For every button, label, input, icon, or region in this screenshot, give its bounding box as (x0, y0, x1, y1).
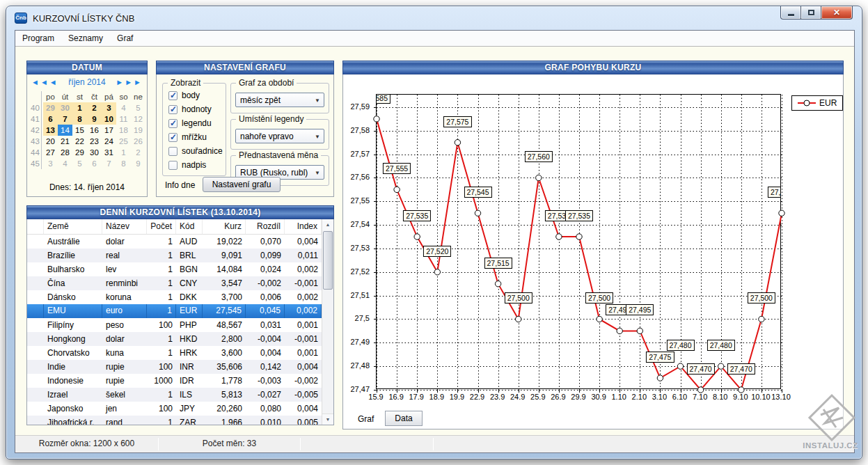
calendar-day[interactable]: 26 (131, 136, 145, 147)
scroll-down-button[interactable]: ▼ (322, 413, 333, 425)
calendar-day[interactable]: 22 (72, 136, 87, 147)
scroll-up-button[interactable]: ▲ (322, 219, 333, 230)
dropdown-um-st-n-legendy[interactable]: nahoře vpravo▼ (235, 129, 324, 143)
checkbox-legendu[interactable]: legendu (168, 118, 212, 128)
calendar-day[interactable]: 28 (58, 147, 72, 158)
calendar-day[interactable]: 1 (72, 102, 87, 113)
tab-data[interactable]: Data (385, 411, 422, 426)
calendar-day[interactable]: 10 (102, 113, 116, 125)
calendar-day[interactable]: 12 (131, 113, 145, 125)
scrollbar-thumb[interactable] (323, 231, 333, 290)
menu-item-program[interactable]: Program (15, 31, 61, 45)
calendar-day[interactable]: 19 (131, 125, 145, 136)
calendar-day[interactable]: 4 (116, 102, 131, 113)
calendar-day[interactable]: 9 (87, 113, 102, 125)
calendar-day[interactable]: 29 (72, 147, 87, 158)
table-row-php[interactable]: Filipínypeso100PHP48,5670,0310,001 (27, 318, 322, 332)
calendar-day[interactable]: 7 (102, 158, 116, 169)
calendar-day[interactable]: 6 (43, 113, 58, 125)
table-row-dkk[interactable]: Dánskokoruna1DKK3,7000,0060,002 (27, 290, 322, 304)
checkbox-box-hodnoty[interactable] (168, 105, 177, 114)
minimize-button[interactable] (780, 6, 801, 19)
checkbox-box-legendu[interactable] (168, 119, 177, 128)
calendar-day[interactable]: 2 (131, 147, 145, 158)
calendar-day[interactable]: 17 (102, 125, 116, 136)
cell-zeme: Dánsko (44, 292, 102, 302)
checkbox-box-body[interactable] (168, 91, 177, 100)
table-row-hrk[interactable]: Chorvatskokuna1HRK3,6000,0040,001 (27, 346, 322, 360)
calendar-day[interactable]: 6 (87, 158, 102, 169)
calendar-day[interactable]: 14 (58, 125, 72, 136)
rates-table-scrollbar[interactable]: ▲ ▼ (322, 219, 333, 425)
checkbox-hodnoty[interactable]: hodnoty (168, 104, 212, 114)
calendar-day[interactable]: 5 (72, 158, 87, 169)
calendar-day[interactable]: 27 (43, 147, 58, 158)
table-row-eur[interactable]: EMUeuro1EUR27,5450,0450,002 (27, 304, 322, 318)
table-row-brl[interactable]: Brazíliereal1BRL9,0910,0990,011 (27, 249, 322, 262)
menu-item-graf[interactable]: Graf (110, 31, 140, 45)
checkbox-body[interactable]: body (168, 90, 200, 100)
dropdown-graf-za-obdob-[interactable]: měsíc zpět▼ (235, 93, 324, 107)
column-header-zem-[interactable]: Země (44, 219, 102, 234)
calendar-day[interactable]: 2 (87, 102, 102, 113)
chart-settings-button[interactable]: Nastavení grafu (203, 177, 281, 192)
column-header-n-zev[interactable]: Název (102, 219, 147, 234)
table-row-bgn[interactable]: Bulharskolev1BGN14,0840,0240,002 (27, 262, 322, 276)
calendar-day[interactable]: 15 (72, 125, 87, 136)
checkbox-nadpis[interactable]: nadpis (168, 160, 206, 170)
calendar-day[interactable]: 3 (102, 102, 116, 113)
calendar-day[interactable]: 5 (131, 102, 145, 113)
next-year-button[interactable]: ►► (125, 78, 143, 86)
cell-kurz: 27,545 (203, 304, 246, 318)
close-button[interactable]: ✕ (821, 6, 853, 19)
cell-index: 0,001 (285, 320, 322, 330)
table-row-inr[interactable]: Indierupie100INR35,6060,1420,004 (27, 360, 322, 374)
calendar-day[interactable]: 1 (116, 147, 131, 158)
calendar-day[interactable]: 31 (102, 147, 116, 158)
x-tick-label: 9.10 (733, 393, 748, 401)
table-row-ils[interactable]: Izraelšekel1ILS5,813-0,027-0,005 (27, 388, 322, 402)
next-month-button[interactable]: ► (116, 78, 125, 86)
cell-kod: AUD (176, 237, 203, 246)
table-row-jpy[interactable]: Japonskojen100JPY20,2600,0800,004 (27, 402, 322, 416)
calendar-day[interactable]: 18 (116, 125, 131, 136)
table-row-aud[interactable]: Austráliedolar1AUD19,0220,0700,004 (27, 235, 322, 249)
column-header-kurz[interactable]: Kurz (203, 219, 246, 234)
checkbox-box-sou-adnice[interactable] (168, 147, 177, 156)
checkbox-box-m-ku[interactable] (168, 133, 177, 142)
table-row-hkd[interactable]: Hongkongdolar1HKD2,800-0,004-0,001 (27, 332, 322, 346)
calendar-day[interactable]: 29 (43, 102, 58, 113)
chart-y-axis: 27,5927,5827,5727,5627,5527,5427,5327,52… (343, 94, 373, 389)
calendar-day[interactable]: 4 (58, 158, 72, 169)
calendar-day[interactable]: 7 (58, 113, 72, 125)
calendar-day[interactable]: 25 (116, 136, 131, 147)
table-row-zar[interactable]: Jihoafrická r.rand1ZAR1,9660,0100,005 (27, 416, 322, 425)
y-tick-label: 27,53 (350, 244, 370, 252)
checkbox-sou-adnice[interactable]: souřadnice (168, 146, 223, 156)
column-header-po-et[interactable]: Počet (147, 219, 176, 234)
calendar-day[interactable]: 30 (58, 102, 72, 113)
calendar-day[interactable]: 16 (87, 125, 102, 136)
calendar-day[interactable]: 11 (116, 113, 131, 125)
calendar-day[interactable]: 20 (43, 136, 58, 147)
menu-item-seznamy[interactable]: Seznamy (61, 31, 110, 45)
calendar-day[interactable]: 8 (72, 113, 87, 125)
calendar-day[interactable]: 3 (43, 158, 58, 169)
calendar-day[interactable]: 24 (102, 136, 116, 147)
calendar-day[interactable]: 13 (43, 125, 58, 136)
calendar-day[interactable]: 30 (87, 147, 102, 158)
maximize-button[interactable] (801, 6, 821, 19)
table-row-idr[interactable]: Indonesierupie1000IDR1,778-0,003-0,002 (27, 374, 322, 388)
column-header-rozd-l[interactable]: Rozdíl (246, 219, 285, 234)
calendar-day[interactable]: 23 (87, 136, 102, 147)
column-header-k-d[interactable]: Kód (176, 219, 203, 234)
column-header-index[interactable]: Index (285, 219, 322, 234)
tab-graf[interactable]: Graf (349, 412, 383, 426)
calendar-day[interactable]: 21 (58, 136, 72, 147)
calendar-day[interactable]: 8 (116, 158, 131, 169)
checkbox-m-ku[interactable]: mřížku (168, 132, 207, 142)
calendar-day[interactable]: 9 (131, 158, 145, 169)
column-header-status[interactable] (27, 219, 44, 234)
table-row-cny[interactable]: Čínarenminbi1CNY3,547-0,002-0,001 (27, 276, 322, 290)
checkbox-box-nadpis[interactable] (168, 161, 177, 170)
